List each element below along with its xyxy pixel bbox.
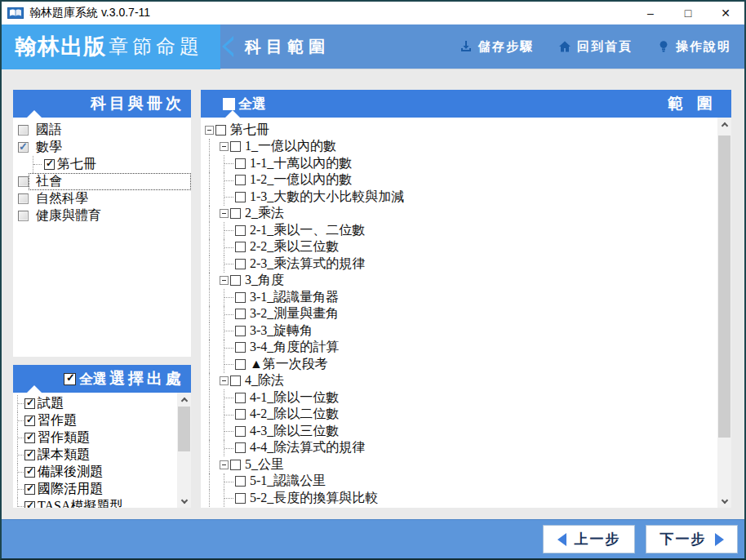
- tree-checkbox[interactable]: [215, 125, 226, 136]
- tree-checkbox[interactable]: [235, 175, 246, 185]
- expand-collapse-toggle[interactable]: [220, 142, 229, 151]
- tree-item-label[interactable]: 4-3_除以三位數: [250, 423, 339, 440]
- next-step-button[interactable]: 下一步: [646, 525, 738, 553]
- tree-checkbox[interactable]: [235, 309, 246, 319]
- expand-collapse-toggle[interactable]: [220, 276, 229, 285]
- tree-item-label[interactable]: 2-2_乘以三位數: [250, 238, 339, 256]
- source-checkbox[interactable]: [24, 501, 35, 508]
- source-label[interactable]: 國際活用題: [38, 481, 103, 498]
- tree-item-label[interactable]: 2-1_乘以一、二位數: [250, 222, 365, 239]
- scroll-up-arrow[interactable]: [717, 118, 731, 131]
- subject-label[interactable]: 自然科學: [36, 190, 88, 207]
- tree-item-label[interactable]: 3-3_旋轉角: [250, 322, 313, 340]
- tree-scrollbar[interactable]: [717, 118, 731, 508]
- tree-item-label[interactable]: 1-1_十萬以內的數: [250, 155, 352, 172]
- scrollbar-thumb[interactable]: [178, 407, 190, 451]
- tree-checkbox[interactable]: [235, 292, 246, 303]
- tree-checkbox[interactable]: [235, 493, 246, 504]
- save-steps-button[interactable]: 儲存步驟: [460, 39, 534, 55]
- tree-item-label[interactable]: 3-2_測量與畫角: [250, 305, 339, 322]
- tree-item-label[interactable]: 5-2_長度的換算與比較: [250, 490, 378, 507]
- tree-item-label[interactable]: 4-1_除以一位數: [250, 389, 339, 407]
- tree-item-label[interactable]: 3-4_角度的計算: [250, 339, 339, 356]
- expand-collapse-toggle[interactable]: [220, 460, 229, 469]
- source-checkbox[interactable]: [24, 416, 35, 426]
- minimize-button[interactable]: –: [632, 2, 669, 24]
- expand-collapse-toggle[interactable]: [220, 209, 229, 218]
- close-button[interactable]: ✕: [707, 2, 744, 24]
- tree-checkbox[interactable]: [235, 342, 246, 353]
- tree-checkbox[interactable]: [235, 192, 246, 202]
- subjects-list: 國語 數學 第七冊 社會 自然科學 健康與體育: [13, 118, 191, 357]
- tree-checkbox[interactable]: [230, 376, 241, 386]
- subject-checkbox[interactable]: [18, 193, 29, 204]
- subject-checkbox[interactable]: [44, 159, 55, 170]
- subject-checkbox[interactable]: [18, 125, 29, 136]
- tree-checkbox[interactable]: [230, 460, 241, 470]
- tree-item-label[interactable]: 2_乘法: [245, 205, 284, 222]
- tree-checkbox[interactable]: [235, 158, 246, 169]
- tree-item-label[interactable]: 4-4_除法算式的規律: [250, 439, 365, 456]
- tree-checkbox[interactable]: [235, 359, 246, 370]
- scope-select-all-label[interactable]: 全選: [238, 95, 266, 113]
- tree-item-label[interactable]: 2-3_乘法算式的規律: [250, 256, 365, 273]
- help-button[interactable]: 操作說明: [657, 39, 731, 55]
- tree-item-label[interactable]: 4_除法: [245, 372, 284, 389]
- tree-item-label[interactable]: ▲第一次段考: [250, 356, 328, 373]
- scroll-up-arrow[interactable]: [177, 393, 191, 406]
- tree-checkbox[interactable]: [235, 326, 246, 336]
- source-checkbox[interactable]: [24, 484, 35, 495]
- scroll-down-arrow[interactable]: [717, 495, 731, 508]
- source-checkbox[interactable]: [24, 398, 35, 409]
- maximize-button[interactable]: □: [669, 2, 707, 24]
- tree-checkbox[interactable]: [235, 426, 246, 437]
- source-label[interactable]: 課本類題: [38, 447, 90, 464]
- tree-item-label[interactable]: 5-1_認識公里: [250, 473, 326, 490]
- previous-step-button[interactable]: 上一步: [543, 525, 635, 553]
- tree-checkbox[interactable]: [230, 275, 241, 286]
- tree-checkbox[interactable]: [235, 242, 246, 252]
- source-checkbox[interactable]: [24, 433, 35, 443]
- source-label[interactable]: 習作題: [38, 412, 77, 429]
- sources-select-all-checkbox[interactable]: [64, 373, 76, 385]
- home-button[interactable]: 回到首頁: [558, 39, 633, 55]
- scroll-down-arrow[interactable]: [177, 495, 191, 508]
- subject-label[interactable]: 數學: [36, 139, 62, 156]
- tree-item-label[interactable]: 1_一億以內的數: [245, 138, 336, 155]
- subject-checkbox[interactable]: [18, 211, 29, 221]
- subject-label[interactable]: 健康與體育: [36, 207, 101, 224]
- source-label[interactable]: 習作類題: [38, 429, 90, 447]
- tree-checkbox[interactable]: [235, 409, 246, 420]
- tree-checkbox[interactable]: [235, 476, 246, 487]
- source-checkbox[interactable]: [24, 467, 35, 478]
- expand-collapse-toggle[interactable]: [220, 376, 229, 385]
- tree-item-label[interactable]: 4-2_除以二位數: [250, 406, 339, 423]
- tree-checkbox[interactable]: [235, 393, 246, 403]
- titlebar: 翰林題庫系統 v.3.0.7-11 – □ ✕: [2, 2, 744, 24]
- sources-scrollbar[interactable]: [177, 393, 191, 508]
- source-label[interactable]: TASA模擬題型: [38, 498, 123, 508]
- subject-checkbox[interactable]: [18, 176, 29, 187]
- source-label[interactable]: 備課後測題: [38, 464, 103, 481]
- expand-collapse-toggle[interactable]: [205, 126, 214, 135]
- source-label[interactable]: 試題: [38, 395, 64, 412]
- tree-item-label[interactable]: 5_公里: [245, 456, 284, 473]
- tree-item-label[interactable]: 第七冊: [230, 122, 269, 139]
- subject-label[interactable]: 國語: [36, 122, 62, 139]
- tree-item-label[interactable]: 3-1_認識量角器: [250, 289, 339, 306]
- tree-checkbox[interactable]: [230, 208, 241, 219]
- tree-checkbox[interactable]: [235, 442, 246, 453]
- tree-checkbox[interactable]: [235, 225, 246, 236]
- subject-label[interactable]: 社會: [36, 173, 62, 190]
- source-checkbox[interactable]: [24, 450, 35, 460]
- tree-item-label[interactable]: 3_角度: [245, 272, 284, 289]
- tree-item-label[interactable]: 1-3_大數的大小比較與加減: [250, 189, 404, 206]
- scope-select-all-checkbox[interactable]: [223, 98, 235, 110]
- tree-item-label[interactable]: 1-2_一億以內的數: [250, 171, 352, 189]
- subject-label[interactable]: 第七冊: [57, 156, 96, 173]
- sources-select-all-label[interactable]: 全選: [79, 370, 107, 389]
- subject-checkbox[interactable]: [18, 142, 29, 153]
- tree-checkbox[interactable]: [235, 259, 246, 269]
- tree-checkbox[interactable]: [230, 141, 241, 152]
- scrollbar-thumb[interactable]: [718, 136, 730, 438]
